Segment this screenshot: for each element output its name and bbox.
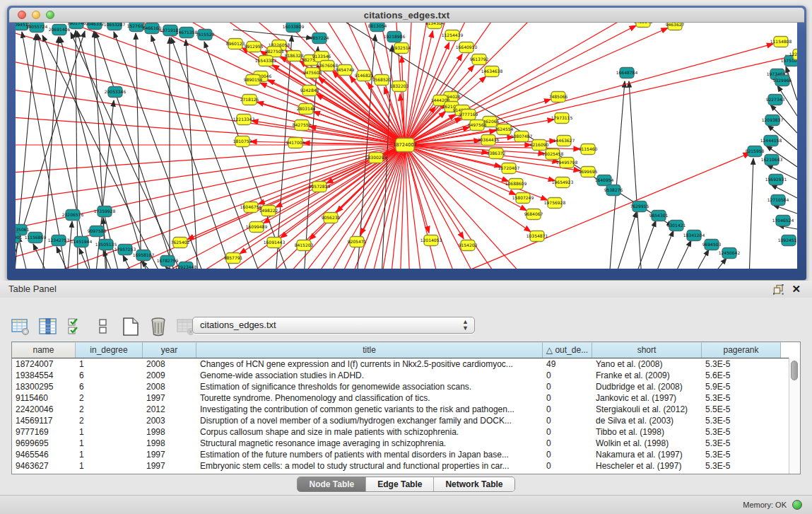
table-row[interactable]: 911546021997Tourette syndrome. Phenomeno…: [12, 392, 800, 404]
graph-node[interactable]: 15692931: [765, 175, 787, 185]
graph-node[interactable]: 7625402: [171, 238, 190, 248]
graph-node[interactable]: 16648784: [616, 68, 638, 78]
graph-node[interactable]: 7386372: [487, 148, 506, 159]
graph-node[interactable]: 6497568: [468, 120, 487, 131]
column-header-short[interactable]: short: [592, 342, 702, 358]
graph-node[interactable]: 10688609: [505, 179, 527, 189]
graph-node[interactable]: 19756928: [544, 198, 566, 209]
table-row[interactable]: 946362711997Embryonic stem cells: a mode…: [12, 460, 800, 472]
graph-node[interactable]: 9475608: [303, 68, 322, 78]
graph-node[interactable]: 9538276: [604, 185, 623, 196]
graph-node[interactable]: 20364436: [478, 135, 500, 146]
graph-node[interactable]: 16210643: [761, 155, 783, 165]
graph-node[interactable]: 8813054: [368, 23, 387, 32]
graph-node[interactable]: 1498222: [259, 206, 278, 216]
graph-node[interactable]: 17973115: [551, 113, 573, 124]
graph-node[interactable]: 16033809: [283, 23, 305, 33]
table-options-icon[interactable]: [10, 316, 31, 337]
graph-node[interactable]: 10354871: [526, 231, 548, 242]
graph-node[interactable]: 9056231: [322, 213, 341, 223]
graph-node[interactable]: 9242848: [300, 86, 319, 96]
graph-node[interactable]: 12093837: [762, 115, 784, 126]
graph-node[interactable]: 9205471: [348, 237, 367, 247]
graph-node[interactable]: 9684067: [524, 209, 543, 220]
graph-node[interactable]: 20206576: [62, 210, 84, 221]
graph-node[interactable]: 12342757: [48, 235, 70, 246]
graph-node[interactable]: 18724007: [393, 139, 417, 152]
graph-node[interactable]: 7515528: [196, 30, 215, 40]
graph-node[interactable]: 12444158: [760, 136, 782, 146]
column-header-in_degree[interactable]: in_degree: [76, 342, 143, 358]
scrollbar-thumb[interactable]: [791, 361, 798, 380]
graph-node[interactable]: 12014053: [420, 235, 442, 246]
table-source-dropdown[interactable]: citations_edges.txt ▲▼: [192, 317, 475, 334]
graph-node[interactable]: 17359928: [94, 206, 116, 217]
memory-status-indicator[interactable]: [792, 500, 802, 510]
graph-node[interactable]: 10924518: [778, 235, 797, 246]
graph-node[interactable]: 1640954: [595, 175, 614, 186]
graph-node[interactable]: 7857224: [310, 33, 329, 44]
graph-node[interactable]: 14055724: [26, 23, 48, 33]
graph-node[interactable]: 9227343: [766, 95, 785, 105]
graph-node[interactable]: 20053346: [105, 87, 126, 98]
graph-node[interactable]: 8134304: [425, 23, 445, 29]
graph-node[interactable]: 18341204: [683, 230, 705, 241]
tab-node-table[interactable]: Node Table: [298, 477, 366, 491]
graph-node[interactable]: 9463627: [666, 23, 685, 30]
column-header-out_de[interactable]: △ out_de...: [543, 342, 592, 358]
graph-node[interactable]: 19495798: [556, 158, 578, 168]
graph-node[interactable]: 8186328: [285, 51, 304, 62]
graph-node[interactable]: 7485066: [549, 92, 568, 103]
graph-node[interactable]: 16099489: [246, 222, 268, 233]
graph-node[interactable]: 9154203: [459, 240, 478, 251]
graph-node[interactable]: 6301421: [667, 221, 686, 231]
graph-node[interactable]: 9699695: [579, 167, 598, 177]
graph-node[interactable]: 19654923: [552, 177, 574, 188]
graph-node[interactable]: 2718126: [240, 95, 259, 105]
graph-node[interactable]: 1568520: [372, 75, 392, 86]
graph-node[interactable]: 12923448: [175, 262, 197, 269]
column-header-pagerank[interactable]: pagerank: [702, 342, 781, 358]
new-table-icon[interactable]: [120, 316, 141, 337]
graph-node[interactable]: 7629915: [630, 201, 649, 212]
network-canvas[interactable]: 8094512140557242069140679017469046332106…: [16, 23, 797, 269]
graph-node[interactable]: 1810753: [233, 136, 252, 147]
graph-node[interactable]: 9465546: [634, 23, 653, 28]
graph-node[interactable]: 9115460: [579, 144, 598, 155]
graph-node[interactable]: 6216090: [530, 140, 549, 151]
graph-node[interactable]: 20691406: [49, 25, 71, 35]
table-row[interactable]: 969969511998Structural magnetic resonanc…: [12, 438, 800, 449]
graph-node[interactable]: 9777169: [459, 110, 478, 120]
graph-node[interactable]: 8960123: [226, 39, 245, 49]
table-vertical-scrollbar[interactable]: [789, 358, 800, 474]
graph-node[interactable]: 12450642: [719, 248, 741, 259]
graph-node[interactable]: 8215958: [746, 146, 765, 157]
graph-node[interactable]: 9613792: [470, 54, 489, 65]
graph-node[interactable]: 9046332: [86, 23, 105, 30]
graph-node[interactable]: 16958107: [133, 250, 155, 261]
graph-node[interactable]: 9890154: [244, 75, 263, 86]
table-row[interactable]: 1456911722003Disruption of a novel membe…: [12, 415, 800, 426]
float-panel-icon[interactable]: [773, 284, 784, 295]
graph-node[interactable]: 9854301: [649, 211, 669, 221]
graph-node[interactable]: 2803144: [297, 104, 316, 115]
graph-node[interactable]: 17046524: [772, 216, 794, 226]
column-select-icon[interactable]: [37, 316, 59, 337]
graph-node[interactable]: 16640910: [456, 42, 478, 53]
graph-node[interactable]: 8454749: [336, 65, 355, 76]
graph-node[interactable]: 7901746: [67, 23, 86, 29]
table-row[interactable]: 1938455462009Genome-wide association stu…: [12, 370, 800, 381]
graph-node[interactable]: 9857791: [224, 253, 243, 264]
graph-node[interactable]: 1932514: [392, 43, 411, 54]
delete-column-icon[interactable]: [148, 316, 169, 337]
graph-node[interactable]: 9097588: [88, 226, 107, 237]
table-row[interactable]: 1872400712008Changes of HCN gene express…: [12, 358, 800, 370]
tab-edge-table[interactable]: Edge Table: [366, 477, 434, 491]
table-row[interactable]: 2242004622012Investigating the contribut…: [12, 404, 800, 415]
table-row[interactable]: 977716911998Corpus callosum shape and si…: [12, 426, 800, 438]
column-header-name[interactable]: name: [12, 342, 76, 358]
graph-node[interactable]: 9417004: [286, 138, 305, 148]
graph-node[interactable]: 8415203: [295, 240, 314, 251]
graph-node[interactable]: 14463627: [553, 136, 575, 146]
graph-node[interactable]: 16091443: [264, 238, 286, 248]
